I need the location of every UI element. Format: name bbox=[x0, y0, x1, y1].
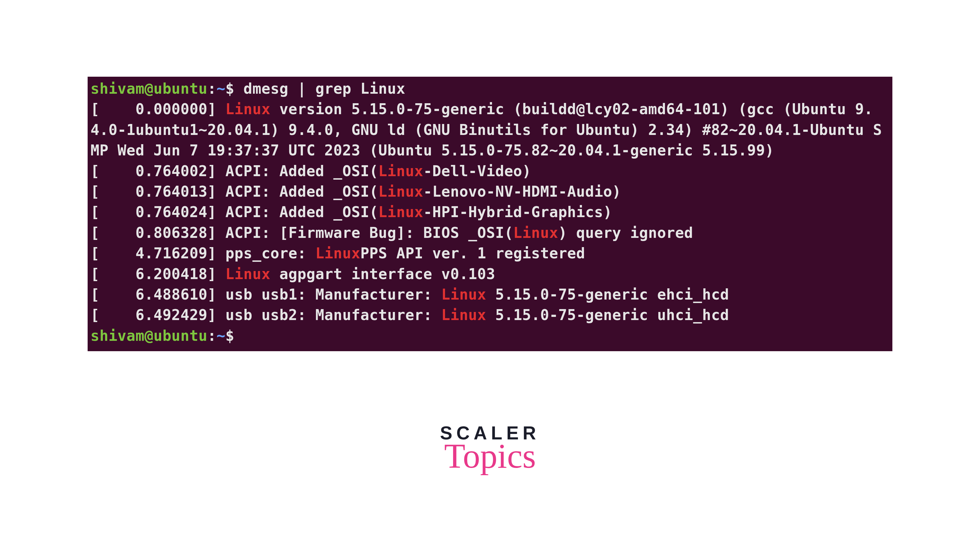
terminal-line: shivam@ubuntu:~$ bbox=[91, 325, 889, 346]
prompt-dollar: $ bbox=[225, 80, 243, 97]
prompt-path: ~ bbox=[216, 80, 225, 97]
grep-match: Linux bbox=[513, 225, 558, 241]
output-text: [ 6.488610] usb usb1: Manufacturer: bbox=[91, 286, 441, 303]
output-text: -HPI-Hybrid-Graphics) bbox=[423, 204, 612, 221]
terminal-output-line: [ 0.764024] ACPI: Added _OSI(Linux-HPI-H… bbox=[91, 202, 889, 222]
output-text: -Lenovo-NV-HDMI-Audio) bbox=[423, 183, 621, 200]
output-text: [ 4.716209] pps_core: bbox=[91, 245, 315, 262]
output-text: 5.15.0-75-generic uhci_hcd bbox=[486, 306, 729, 323]
terminal-output-line: [ 6.488610] usb usb1: Manufacturer: Linu… bbox=[91, 284, 889, 305]
prompt-colon: : bbox=[208, 327, 216, 344]
prompt-dollar: $ bbox=[225, 327, 243, 344]
prompt-user: shivam@ubuntu bbox=[91, 327, 208, 344]
grep-match: Linux bbox=[441, 306, 486, 323]
page-canvas: shivam@ubuntu:~$ dmesg | grep Linux[ 0.0… bbox=[0, 0, 980, 551]
grep-match: Linux bbox=[379, 204, 423, 221]
command-text: dmesg | grep Linux bbox=[243, 80, 406, 97]
output-text: PPS API ver. 1 registered bbox=[360, 245, 585, 262]
terminal-output-line: [ 0.764013] ACPI: Added _OSI(Linux-Lenov… bbox=[91, 182, 889, 202]
prompt-user: shivam@ubuntu bbox=[91, 80, 208, 97]
brand-logo-bottom: Topics bbox=[440, 441, 540, 472]
grep-match: Linux bbox=[225, 100, 270, 118]
terminal-output-line: [ 4.716209] pps_core: LinuxPPS API ver. … bbox=[91, 243, 889, 264]
prompt-path: ~ bbox=[216, 327, 225, 344]
grep-match: Linux bbox=[315, 245, 360, 262]
output-text: [ 0.764002] ACPI: Added _OSI( bbox=[91, 162, 379, 180]
terminal-window[interactable]: shivam@ubuntu:~$ dmesg | grep Linux[ 0.0… bbox=[88, 77, 892, 351]
output-text: [ 0.764013] ACPI: Added _OSI( bbox=[91, 183, 379, 200]
grep-match: Linux bbox=[379, 183, 423, 200]
terminal-output-line: [ 0.000000] Linux version 5.15.0-75-gene… bbox=[91, 99, 889, 161]
terminal-output-line: [ 0.806328] ACPI: [Firmware Bug]: BIOS _… bbox=[91, 223, 889, 243]
output-text: [ 0.764024] ACPI: Added _OSI( bbox=[91, 204, 379, 221]
output-text: [ 6.200418] bbox=[91, 266, 225, 283]
brand-logo: SCALER Topics bbox=[440, 424, 540, 472]
grep-match: Linux bbox=[441, 286, 486, 303]
output-text: [ 0.806328] ACPI: [Firmware Bug]: BIOS _… bbox=[91, 225, 513, 241]
output-text: 5.15.0-75-generic ehci_hcd bbox=[486, 286, 729, 303]
output-text: [ 6.492429] usb usb2: Manufacturer: bbox=[91, 306, 441, 323]
output-text: agpgart interface v0.103 bbox=[270, 266, 495, 283]
output-text: -Dell-Video) bbox=[423, 162, 531, 180]
prompt-colon: : bbox=[208, 80, 216, 97]
terminal-line: shivam@ubuntu:~$ dmesg | grep Linux bbox=[91, 78, 889, 99]
terminal-output-line: [ 0.764002] ACPI: Added _OSI(Linux-Dell-… bbox=[91, 161, 889, 182]
grep-match: Linux bbox=[225, 266, 270, 283]
output-text: [ 0.000000] bbox=[91, 100, 225, 118]
grep-match: Linux bbox=[379, 162, 423, 180]
terminal-output-line: [ 6.492429] usb usb2: Manufacturer: Linu… bbox=[91, 305, 889, 325]
terminal-output-line: [ 6.200418] Linux agpgart interface v0.1… bbox=[91, 264, 889, 284]
output-text: ) query ignored bbox=[558, 225, 693, 241]
